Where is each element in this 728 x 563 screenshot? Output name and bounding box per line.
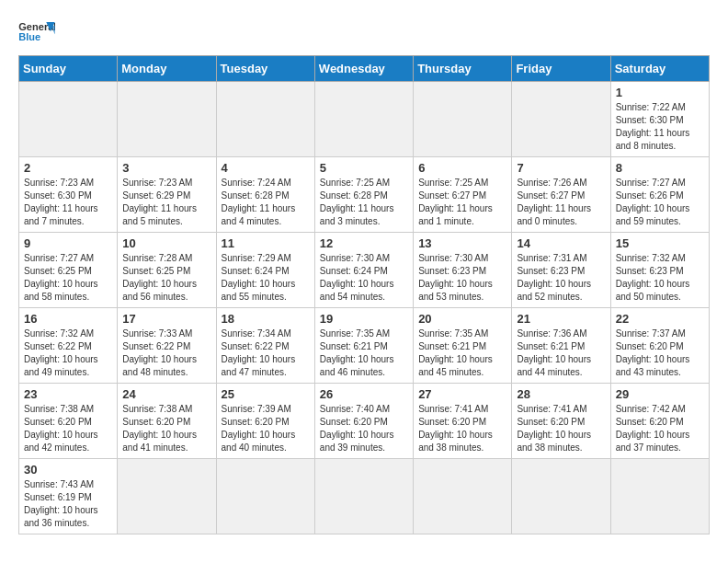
calendar-header-row: SundayMondayTuesdayWednesdayThursdayFrid… (19, 56, 710, 82)
calendar-cell: 20Sunrise: 7:35 AM Sunset: 6:21 PM Dayli… (414, 308, 512, 384)
day-number: 29 (616, 387, 704, 401)
day-number: 11 (222, 236, 310, 250)
day-info: Sunrise: 7:38 AM Sunset: 6:20 PM Dayligh… (122, 403, 210, 454)
day-info: Sunrise: 7:41 AM Sunset: 6:20 PM Dayligh… (418, 403, 506, 454)
calendar-cell: 7Sunrise: 7:26 AM Sunset: 6:27 PM Daylig… (512, 157, 610, 233)
calendar-week-5: 30Sunrise: 7:43 AM Sunset: 6:19 PM Dayli… (19, 459, 710, 534)
calendar-cell (512, 82, 610, 157)
day-number: 18 (222, 312, 310, 326)
calendar-cell: 29Sunrise: 7:42 AM Sunset: 6:20 PM Dayli… (610, 384, 709, 459)
day-number: 9 (24, 236, 112, 250)
day-number: 19 (320, 312, 408, 326)
calendar-week-4: 23Sunrise: 7:38 AM Sunset: 6:20 PM Dayli… (19, 384, 710, 459)
calendar-cell: 16Sunrise: 7:32 AM Sunset: 6:22 PM Dayli… (19, 308, 118, 384)
day-number: 28 (517, 387, 605, 401)
day-info: Sunrise: 7:27 AM Sunset: 6:25 PM Dayligh… (24, 252, 112, 304)
day-info: Sunrise: 7:39 AM Sunset: 6:20 PM Dayligh… (222, 403, 310, 454)
calendar-cell: 14Sunrise: 7:31 AM Sunset: 6:23 PM Dayli… (512, 233, 610, 308)
calendar-cell: 6Sunrise: 7:25 AM Sunset: 6:27 PM Daylig… (414, 157, 512, 233)
page-header: General Blue (18, 18, 710, 46)
day-info: Sunrise: 7:37 AM Sunset: 6:20 PM Dayligh… (616, 327, 704, 379)
day-info: Sunrise: 7:35 AM Sunset: 6:21 PM Dayligh… (418, 327, 506, 379)
calendar-cell (610, 459, 709, 534)
day-number: 16 (24, 312, 112, 326)
calendar-cell (216, 459, 314, 534)
day-info: Sunrise: 7:31 AM Sunset: 6:23 PM Dayligh… (517, 252, 605, 304)
day-info: Sunrise: 7:35 AM Sunset: 6:21 PM Dayligh… (320, 327, 408, 379)
calendar-cell (118, 459, 216, 534)
day-info: Sunrise: 7:32 AM Sunset: 6:23 PM Dayligh… (616, 252, 704, 304)
day-header-tuesday: Tuesday (216, 56, 314, 82)
day-info: Sunrise: 7:32 AM Sunset: 6:22 PM Dayligh… (24, 327, 112, 379)
day-number: 8 (616, 161, 704, 175)
day-info: Sunrise: 7:28 AM Sunset: 6:25 PM Dayligh… (122, 252, 210, 304)
calendar-cell: 15Sunrise: 7:32 AM Sunset: 6:23 PM Dayli… (610, 233, 709, 308)
day-info: Sunrise: 7:38 AM Sunset: 6:20 PM Dayligh… (24, 403, 112, 454)
day-number: 23 (24, 387, 112, 401)
day-info: Sunrise: 7:23 AM Sunset: 6:29 PM Dayligh… (122, 177, 210, 228)
day-number: 25 (222, 387, 310, 401)
day-number: 20 (418, 312, 506, 326)
day-number: 10 (122, 236, 210, 250)
day-number: 26 (320, 387, 408, 401)
day-number: 5 (320, 161, 408, 175)
day-number: 7 (517, 161, 605, 175)
day-info: Sunrise: 7:23 AM Sunset: 6:30 PM Dayligh… (24, 177, 112, 228)
day-info: Sunrise: 7:25 AM Sunset: 6:28 PM Dayligh… (320, 177, 408, 228)
calendar-cell (314, 82, 413, 157)
calendar-cell (19, 82, 118, 157)
day-info: Sunrise: 7:27 AM Sunset: 6:26 PM Dayligh… (616, 177, 704, 228)
calendar-cell: 28Sunrise: 7:41 AM Sunset: 6:20 PM Dayli… (512, 384, 610, 459)
day-header-sunday: Sunday (19, 56, 118, 82)
day-number: 30 (24, 463, 112, 477)
calendar-cell: 5Sunrise: 7:25 AM Sunset: 6:28 PM Daylig… (314, 157, 413, 233)
svg-text:Blue: Blue (18, 31, 40, 42)
day-header-monday: Monday (118, 56, 216, 82)
logo-icon: General Blue (18, 18, 55, 46)
day-info: Sunrise: 7:26 AM Sunset: 6:27 PM Dayligh… (517, 177, 605, 228)
calendar-cell (414, 82, 512, 157)
calendar-week-0: 1Sunrise: 7:22 AM Sunset: 6:30 PM Daylig… (19, 82, 710, 157)
calendar-cell: 24Sunrise: 7:38 AM Sunset: 6:20 PM Dayli… (118, 384, 216, 459)
day-info: Sunrise: 7:25 AM Sunset: 6:27 PM Dayligh… (418, 177, 506, 228)
day-number: 21 (517, 312, 605, 326)
day-info: Sunrise: 7:43 AM Sunset: 6:19 PM Dayligh… (24, 478, 112, 530)
day-number: 22 (616, 312, 704, 326)
logo: General Blue (18, 18, 55, 46)
day-number: 12 (320, 236, 408, 250)
day-info: Sunrise: 7:34 AM Sunset: 6:22 PM Dayligh… (222, 327, 310, 379)
day-info: Sunrise: 7:22 AM Sunset: 6:30 PM Dayligh… (616, 101, 704, 153)
day-info: Sunrise: 7:30 AM Sunset: 6:24 PM Dayligh… (320, 252, 408, 304)
day-number: 24 (122, 387, 210, 401)
calendar-cell (216, 82, 314, 157)
day-info: Sunrise: 7:24 AM Sunset: 6:28 PM Dayligh… (222, 177, 310, 228)
calendar-cell (118, 82, 216, 157)
day-number: 2 (24, 161, 112, 175)
day-info: Sunrise: 7:33 AM Sunset: 6:22 PM Dayligh… (122, 327, 210, 379)
calendar-cell: 2Sunrise: 7:23 AM Sunset: 6:30 PM Daylig… (19, 157, 118, 233)
day-info: Sunrise: 7:29 AM Sunset: 6:24 PM Dayligh… (222, 252, 310, 304)
calendar-cell: 12Sunrise: 7:30 AM Sunset: 6:24 PM Dayli… (314, 233, 413, 308)
calendar-cell: 8Sunrise: 7:27 AM Sunset: 6:26 PM Daylig… (610, 157, 709, 233)
calendar-week-2: 9Sunrise: 7:27 AM Sunset: 6:25 PM Daylig… (19, 233, 710, 308)
day-number: 1 (616, 86, 704, 99)
day-info: Sunrise: 7:30 AM Sunset: 6:23 PM Dayligh… (418, 252, 506, 304)
calendar-cell: 23Sunrise: 7:38 AM Sunset: 6:20 PM Dayli… (19, 384, 118, 459)
day-number: 27 (418, 387, 506, 401)
day-info: Sunrise: 7:36 AM Sunset: 6:21 PM Dayligh… (517, 327, 605, 379)
day-number: 15 (616, 236, 704, 250)
day-number: 13 (418, 236, 506, 250)
calendar-week-1: 2Sunrise: 7:23 AM Sunset: 6:30 PM Daylig… (19, 157, 710, 233)
day-number: 6 (418, 161, 506, 175)
day-header-wednesday: Wednesday (314, 56, 413, 82)
calendar-cell: 9Sunrise: 7:27 AM Sunset: 6:25 PM Daylig… (19, 233, 118, 308)
day-info: Sunrise: 7:42 AM Sunset: 6:20 PM Dayligh… (616, 403, 704, 454)
calendar-table: SundayMondayTuesdayWednesdayThursdayFrid… (18, 55, 710, 534)
calendar-cell (512, 459, 610, 534)
calendar-cell: 3Sunrise: 7:23 AM Sunset: 6:29 PM Daylig… (118, 157, 216, 233)
calendar-cell: 30Sunrise: 7:43 AM Sunset: 6:19 PM Dayli… (19, 459, 118, 534)
calendar-cell: 19Sunrise: 7:35 AM Sunset: 6:21 PM Dayli… (314, 308, 413, 384)
calendar-cell: 1Sunrise: 7:22 AM Sunset: 6:30 PM Daylig… (610, 82, 709, 157)
calendar-cell: 22Sunrise: 7:37 AM Sunset: 6:20 PM Dayli… (610, 308, 709, 384)
calendar-cell: 27Sunrise: 7:41 AM Sunset: 6:20 PM Dayli… (414, 384, 512, 459)
